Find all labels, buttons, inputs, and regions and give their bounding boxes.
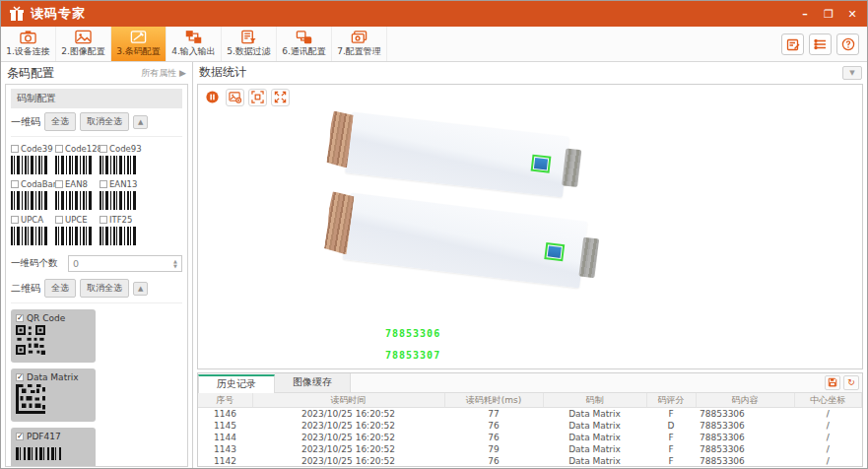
tab-comm-config[interactable]: 6.通讯配置 [277,27,332,61]
left-panel-header: 条码配置 所有属性 ▶ [1,62,192,84]
spin-down-icon: ▼ [173,264,177,269]
barcode-type-ean13[interactable]: EAN13 [100,179,144,210]
table-row[interactable]: 11462023/10/25 16:20:5277Data MatrixF788… [198,408,862,420]
checkbox[interactable] [100,180,107,188]
list-button[interactable] [809,34,832,55]
tab-image-config[interactable]: 2.图像配置 [56,27,111,61]
spinner-arrows[interactable]: ▲▼ [169,259,181,269]
barcode-type-pdf417[interactable]: PDF417 [11,428,96,467]
collapse-2d-button[interactable]: ▲ [133,282,148,296]
checkbox[interactable] [11,180,19,188]
tab-history[interactable]: 历史记录 [198,374,275,393]
col-content[interactable]: 码内容 [696,393,794,408]
save-history-button[interactable] [825,375,840,390]
decode-roi-box [531,154,552,172]
history-table-buttons: ↻ [825,375,859,390]
table-row[interactable]: 11442023/10/25 16:20:5276Data MatrixF788… [198,432,862,443]
history-table-body: 11462023/10/25 16:20:5277Data MatrixF788… [198,408,862,467]
notepad-pencil-icon [786,37,800,51]
col-duration[interactable]: 读码耗时(ms) [444,393,543,408]
barcode-1d-controls: 一维码 全选 取消全选 ▲ [11,112,182,137]
refresh-history-button[interactable]: ↻ [843,375,859,390]
tab-image-cache[interactable]: 图像缓存 [275,373,351,392]
checkbox[interactable] [55,145,63,153]
checkbox[interactable] [16,314,24,322]
image-icon [75,30,92,44]
pause-button[interactable] [203,89,222,106]
barcode-type-itf25[interactable]: ITF25 [100,215,144,245]
checkbox[interactable] [11,145,19,153]
fullscreen-button[interactable] [271,89,290,106]
checkbox[interactable] [11,216,19,224]
table-row[interactable]: 11432023/10/25 16:20:5279Data MatrixF788… [198,443,862,455]
col-read-time[interactable]: 读码时间 [252,393,444,408]
tab-data-filter[interactable]: 5.数据过滤 [222,27,277,61]
barcode-sample [100,227,137,245]
barcode-config-panel: 条码配置 所有属性 ▶ 码制配置 一维码 全选 取消全选 ▲ Code39 [1,62,193,469]
checkbox[interactable] [16,433,24,440]
history-section: 历史记录 图像缓存 ↻ [197,372,863,467]
table-cell: 78853306 [696,455,794,467]
table-cell: Data Matrix [543,455,646,467]
inspected-part-bottom [343,192,587,288]
chevron-down-icon: ▼ [849,69,854,77]
barcode-type-code128[interactable]: Code128 [55,144,100,174]
tab-device-connect[interactable]: 1.设备连接 [1,27,56,61]
table-cell: F [646,443,696,455]
app-title: 读码专家 [31,5,86,23]
barcode-type-qrcode[interactable]: QR Code [11,309,96,363]
silver-tab [578,236,599,278]
col-code-type[interactable]: 码制 [543,393,646,408]
checkbox[interactable] [55,180,63,188]
close-button[interactable]: ✕ [845,9,859,20]
barcode-type-upce[interactable]: UPCE [55,215,100,245]
table-cell: Data Matrix [543,443,646,455]
chevron-right-icon: ▶ [179,68,186,78]
col-grade[interactable]: 码评分 [646,393,696,408]
fit-button[interactable] [248,89,267,106]
table-row[interactable]: 11422023/10/25 16:20:5276Data MatrixF788… [198,455,862,467]
select-all-2d-button[interactable]: 全选 [44,279,76,298]
all-properties-link[interactable]: 所有属性 ▶ [141,67,186,80]
table-cell: Data Matrix [543,420,646,432]
barcode-sample [11,191,48,210]
table-row[interactable]: 11452023/10/25 16:20:5276Data MatrixD788… [198,420,862,432]
app-window: 读码专家 – ❐ ✕ 1.设备连接 2.图像配置 3.条码配置 [0,0,868,469]
barcode-sample [55,191,93,210]
help-button[interactable] [836,34,859,55]
tab-config-manage[interactable]: 7.配置管理 [332,27,387,61]
config-icon [351,30,367,44]
minimize-button[interactable]: – [798,9,812,20]
image-viewport[interactable]: 78853306 78853307 [197,84,863,369]
checkbox[interactable] [100,216,107,224]
deselect-all-1d-button[interactable]: 取消全选 [80,112,129,131]
silver-tab [562,148,581,187]
datamatrix-sample [16,384,45,414]
col-center-coord[interactable]: 中心坐标 [794,393,862,408]
log-button[interactable] [781,34,804,55]
checkbox[interactable] [55,216,63,224]
count-1d-spinner[interactable]: 0 ▲▼ [68,255,182,272]
barcode-type-datamatrix[interactable]: Data Matrix [11,368,96,422]
collapse-1d-button[interactable]: ▲ [133,115,148,129]
barcode-type-code39[interactable]: Code39 [11,144,55,174]
image-save-icon [229,91,241,103]
table-cell: / [794,408,862,420]
tab-input-output[interactable]: 4.输入输出 [167,27,222,61]
snapshot-button[interactable] [226,89,244,106]
checkbox[interactable] [100,145,107,153]
maximize-button[interactable]: ❐ [822,9,835,20]
panel-dropdown-button[interactable]: ▼ [842,66,862,80]
barcode-type-ean8[interactable]: EAN8 [55,179,100,210]
question-icon [841,37,855,51]
checkbox[interactable] [16,373,24,381]
datamatrix-label [548,245,562,258]
barcode-type-codabar[interactable]: CodaBar [11,179,55,210]
select-all-1d-button[interactable]: 全选 [44,112,76,131]
barcode-type-upca[interactable]: UPCA [11,215,55,245]
tab-barcode-config[interactable]: 3.条码配置 [111,27,167,61]
deselect-all-2d-button[interactable]: 取消全选 [80,279,129,298]
table-cell: Data Matrix [543,432,646,443]
col-index[interactable]: 序号 [198,393,252,408]
barcode-type-code93[interactable]: Code93 [100,144,144,174]
